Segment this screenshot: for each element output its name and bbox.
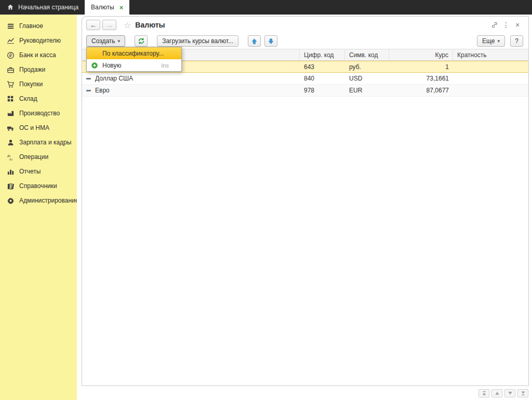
cell-name: Евро: [82, 85, 300, 96]
sidebar-item-manager[interactable]: Руководителю: [0, 33, 77, 48]
to-top-icon: [482, 391, 487, 396]
refresh-green-icon: [138, 37, 145, 45]
books-icon: [6, 182, 15, 190]
menu-item-by-classifier[interactable]: По классификатору...: [87, 47, 181, 59]
cart-icon: [6, 80, 15, 88]
cell-num-code: 978: [300, 85, 345, 96]
home-icon: [6, 3, 15, 11]
menu-item-label: По классификатору...: [102, 50, 164, 57]
help-button[interactable]: ?: [510, 35, 523, 47]
sidebar-item-warehouse[interactable]: Склад: [0, 91, 77, 106]
table-row-eur[interactable]: Евро 978 EUR 87,0677: [82, 85, 528, 97]
column-header-sym-code[interactable]: Симв. код: [345, 49, 389, 60]
sidebar-item-label: ОС и НМА: [19, 124, 49, 131]
caret-down-icon: ▾: [497, 38, 500, 44]
person-icon: [6, 138, 15, 146]
sidebar-item-production[interactable]: Производство: [0, 106, 77, 121]
more-button[interactable]: Еще ▾: [477, 35, 505, 47]
create-dropdown-menu: По классификатору... Новую Ins: [86, 47, 182, 72]
create-button-label: Создать: [91, 37, 115, 45]
factory-icon: [6, 109, 15, 117]
load-rates-button[interactable]: Загрузить курсы валют...: [157, 35, 238, 47]
tab-currencies[interactable]: Валюты ×: [85, 0, 129, 15]
menu-item-label: Новую: [102, 62, 121, 69]
bank-cash-icon: [6, 51, 15, 59]
column-header-rate[interactable]: Курс: [389, 49, 453, 60]
move-up-button[interactable]: [248, 35, 261, 47]
currencies-panel: ← → ☆ Валюты ⋮ × Создать ▾ Загрузить кур…: [82, 16, 529, 386]
sidebar-item-operations[interactable]: ДтКт Операции: [0, 150, 77, 164]
more-button-label: Еще: [482, 37, 495, 45]
svg-text:Кт: Кт: [9, 157, 13, 161]
sidebar-item-fixed-assets[interactable]: ОС и НМА: [0, 121, 77, 135]
sidebar: Главное Руководителю Банк и касса Продаж…: [0, 15, 77, 400]
scroll-down-button[interactable]: [504, 389, 515, 397]
close-icon[interactable]: ×: [512, 21, 523, 29]
tab-close-icon[interactable]: ×: [119, 4, 124, 11]
add-circle-icon: [90, 61, 99, 70]
sidebar-item-administration[interactable]: Администрирование: [0, 193, 77, 208]
menu-item-shortcut: Ins: [161, 62, 178, 69]
menu-icon: [6, 22, 15, 30]
chart-line-icon: [6, 36, 15, 45]
cell-multiplicity: [453, 61, 528, 72]
sidebar-item-label: Главное: [19, 22, 43, 30]
sidebar-item-label: Покупки: [19, 81, 43, 88]
sidebar-item-label: Справочники: [19, 182, 57, 190]
grid-icon: [6, 95, 15, 103]
cell-multiplicity: [453, 73, 528, 84]
sidebar-item-label: Администрирование: [19, 197, 78, 204]
sidebar-item-label: Продажи: [19, 66, 45, 73]
sidebar-item-label: Зарплата и кадры: [19, 139, 71, 146]
column-header-num-code[interactable]: Цифр. код: [300, 49, 345, 60]
scroll-up-button[interactable]: [491, 389, 502, 397]
arrow-down-blue-icon: [268, 38, 274, 45]
cell-sym-code: EUR: [345, 85, 389, 96]
arrow-up-blue-icon: [251, 38, 258, 45]
sidebar-item-main[interactable]: Главное: [0, 19, 77, 33]
sidebar-item-directories[interactable]: Справочники: [0, 179, 77, 193]
column-header-multiplicity[interactable]: Кратность: [453, 49, 528, 60]
favorite-star-icon[interactable]: ☆: [124, 20, 131, 30]
cell-multiplicity: [453, 85, 528, 96]
svg-text:Дт: Дт: [7, 153, 10, 157]
menu-item-new[interactable]: Новую Ins: [87, 59, 181, 71]
cell-sym-code: руб.: [345, 61, 389, 72]
scroll-to-top-button[interactable]: [478, 389, 489, 397]
sidebar-item-bank-cash[interactable]: Банк и касса: [0, 48, 77, 62]
sidebar-item-salary-hr[interactable]: Зарплата и кадры: [0, 135, 77, 150]
cell-rate: 73,1661: [389, 73, 453, 84]
forward-button[interactable]: →: [102, 20, 116, 30]
sidebar-item-purchases[interactable]: Покупки: [0, 77, 77, 91]
sidebar-item-reports[interactable]: Отчеты: [0, 164, 77, 179]
sidebar-item-sales[interactable]: Продажи: [0, 62, 77, 77]
back-button[interactable]: ←: [86, 20, 100, 30]
tab-bar: Начальная страница Валюты ×: [0, 0, 532, 15]
scroll-to-bottom-button[interactable]: [517, 389, 528, 397]
sidebar-item-label: Банк и касса: [19, 51, 56, 59]
to-bottom-icon: [521, 391, 526, 396]
more-dots-icon[interactable]: ⋮: [500, 21, 512, 29]
table-row-usd[interactable]: Доллар США 840 USD 73,1661: [82, 73, 528, 85]
sidebar-item-label: Отчеты: [19, 168, 41, 175]
move-down-button[interactable]: [264, 35, 277, 47]
cell-sym-code: USD: [345, 73, 389, 84]
item-dash-icon: [86, 90, 91, 91]
tab-label: Начальная страница: [18, 4, 78, 11]
menu-item-icon-placeholder: [90, 49, 99, 58]
link-icon[interactable]: [489, 21, 500, 29]
briefcase-icon: [6, 65, 15, 74]
caret-down-icon: ▾: [118, 38, 121, 44]
cell-rate: 87,0677: [389, 85, 453, 96]
truck-icon: [6, 124, 15, 132]
sidebar-item-label: Руководителю: [19, 37, 61, 44]
tab-home-page[interactable]: Начальная страница: [0, 0, 85, 15]
panel-header: ← → ☆ Валюты ⋮ ×: [82, 17, 528, 33]
list-pager: [478, 389, 528, 397]
up-icon: [495, 391, 500, 396]
gear-icon: [6, 196, 15, 205]
down-icon: [508, 391, 513, 396]
load-rates-icon-button[interactable]: [135, 35, 148, 47]
bar-chart-icon: [6, 167, 15, 176]
create-button[interactable]: Создать ▾: [86, 35, 125, 47]
